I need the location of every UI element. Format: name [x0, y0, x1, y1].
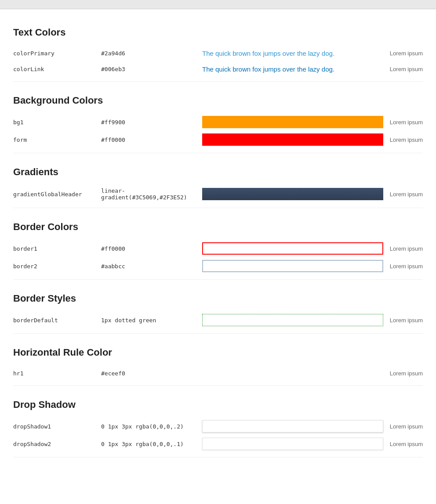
- attr-value-hr1: #eceef0: [101, 370, 198, 377]
- attr-value-bg1: #ff9900: [101, 119, 198, 126]
- attr-preview-bg1: [202, 116, 383, 128]
- main-content: Text ColorscolorPrimary#2a94d6The quick …: [0, 9, 436, 479]
- attr-preview-form: [202, 133, 383, 146]
- attr-name-hr1: hr1: [13, 370, 101, 377]
- section-divider: [13, 279, 423, 280]
- attr-lorem-dropShadow2: Lorem ipsum: [388, 441, 423, 447]
- section-title-background-colors: Background Colors: [13, 95, 423, 106]
- section-border-colors: Border Colorsborder1#ff0000Lorem ipsumbo…: [13, 221, 423, 280]
- section-title-border-colors: Border Colors: [13, 221, 423, 233]
- attr-value-form: #ff0000: [101, 137, 198, 143]
- attr-name-borderDefault: borderDefault: [13, 317, 101, 324]
- attr-preview-colorLink: The quick brown fox jumps over the lazy …: [202, 65, 383, 74]
- section-title-horizontal-rule: Horizontal Rule Color: [13, 347, 423, 358]
- attr-row-colorLink: colorLink#006eb3The quick brown fox jump…: [13, 61, 423, 77]
- attr-lorem-border1: Lorem ipsum: [388, 245, 423, 252]
- section-border-styles: Border StylesborderDefault1px dotted gre…: [13, 293, 423, 334]
- attr-value-borderDefault: 1px dotted green: [101, 317, 198, 324]
- section-title-border-styles: Border Styles: [13, 293, 423, 304]
- attr-preview-border2: [202, 260, 383, 272]
- attr-row-dropShadow2: dropShadow20 1px 3px rgba(0,0,0,.1)Lorem…: [13, 435, 423, 453]
- section-divider: [13, 457, 423, 457]
- attr-row-gradientGlobalHeader: gradientGlobalHeaderlinear-gradient(#3C5…: [13, 185, 423, 203]
- attr-lorem-border2: Lorem ipsum: [388, 263, 423, 270]
- section-title-gradients: Gradients: [13, 166, 423, 178]
- attr-lorem-dropShadow1: Lorem ipsum: [388, 423, 423, 430]
- attr-row-bg1: bg1#ff9900Lorem ipsum: [13, 113, 423, 131]
- attr-row-hr1: hr1#eceef0Lorem ipsum: [13, 365, 423, 381]
- attr-preview-gradientGlobalHeader: [202, 188, 383, 200]
- attr-value-border1: #ff0000: [101, 245, 198, 252]
- attr-preview-borderDefault: [202, 314, 383, 326]
- attr-name-gradientGlobalHeader: gradientGlobalHeader: [13, 191, 101, 198]
- attr-lorem-colorPrimary: Lorem ipsum: [388, 50, 423, 57]
- attr-preview-border1: [202, 242, 383, 255]
- section-divider: [13, 81, 423, 82]
- attr-row-dropShadow1: dropShadow10 1px 3px rgba(0,0,0,.2)Lorem…: [13, 418, 423, 435]
- attr-lorem-gradientGlobalHeader: Lorem ipsum: [388, 191, 423, 198]
- section-text-colors: Text ColorscolorPrimary#2a94d6The quick …: [13, 27, 423, 82]
- attr-name-colorLink: colorLink: [13, 66, 101, 72]
- attr-lorem-form: Lorem ipsum: [388, 137, 423, 143]
- attr-lorem-colorLink: Lorem ipsum: [388, 66, 423, 72]
- attr-row-border2: border2#aabbccLorem ipsum: [13, 257, 423, 275]
- attr-name-bg1: bg1: [13, 119, 101, 126]
- attr-preview-dropShadow1: [202, 420, 383, 432]
- attr-lorem-borderDefault: Lorem ipsum: [388, 317, 423, 324]
- attr-value-colorPrimary: #2a94d6: [101, 50, 198, 57]
- section-drop-shadow: Drop ShadowdropShadow10 1px 3px rgba(0,0…: [13, 399, 423, 457]
- attr-row-colorPrimary: colorPrimary#2a94d6The quick brown fox j…: [13, 45, 423, 61]
- attr-value-dropShadow1: 0 1px 3px rgba(0,0,0,.2): [101, 423, 198, 430]
- attr-name-colorPrimary: colorPrimary: [13, 50, 101, 57]
- section-divider: [13, 208, 423, 208]
- attr-lorem-hr1: Lorem ipsum: [388, 370, 423, 377]
- attr-value-border2: #aabbcc: [101, 263, 198, 270]
- section-divider: [13, 153, 423, 153]
- section-divider: [13, 333, 423, 334]
- attr-lorem-bg1: Lorem ipsum: [388, 119, 423, 126]
- attr-row-form: form#ff0000Lorem ipsum: [13, 131, 423, 148]
- attr-value-gradientGlobalHeader: linear-gradient(#3C5069,#2F3E52): [101, 187, 198, 201]
- attr-name-border2: border2: [13, 263, 101, 270]
- section-gradients: GradientsgradientGlobalHeaderlinear-grad…: [13, 166, 423, 208]
- attr-name-dropShadow2: dropShadow2: [13, 441, 101, 447]
- attr-preview-dropShadow2: [202, 438, 383, 450]
- attr-row-border1: border1#ff0000Lorem ipsum: [13, 240, 423, 257]
- section-title-text-colors: Text Colors: [13, 27, 423, 38]
- section-horizontal-rule: Horizontal Rule Colorhr1#eceef0Lorem ips…: [13, 347, 423, 386]
- attr-value-colorLink: #006eb3: [101, 66, 198, 72]
- page-header: [0, 0, 436, 9]
- section-title-drop-shadow: Drop Shadow: [13, 399, 423, 410]
- attr-preview-colorPrimary: The quick brown fox jumps over the lazy …: [202, 49, 383, 58]
- attr-name-border1: border1: [13, 245, 101, 252]
- section-divider: [13, 385, 423, 386]
- attr-value-dropShadow2: 0 1px 3px rgba(0,0,0,.1): [101, 441, 198, 447]
- section-background-colors: Background Colorsbg1#ff9900Lorem ipsumfo…: [13, 95, 423, 153]
- attr-name-form: form: [13, 137, 101, 143]
- attr-row-borderDefault: borderDefault1px dotted greenLorem ipsum: [13, 311, 423, 329]
- attr-name-dropShadow1: dropShadow1: [13, 423, 101, 430]
